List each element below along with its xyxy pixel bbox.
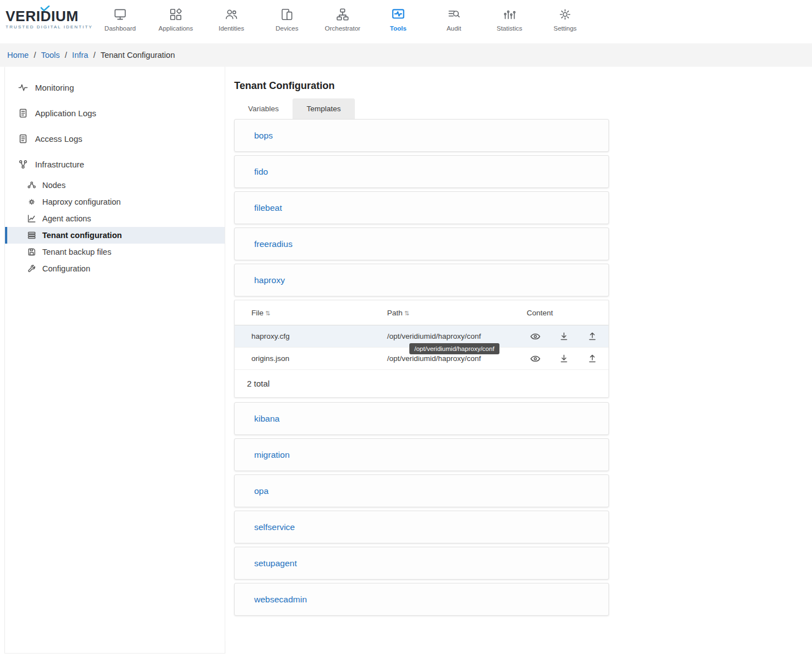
path-tooltip: /opt/veridiumid/haproxy/conf [409, 343, 499, 354]
template-label: kibana [254, 414, 280, 424]
sort-icon[interactable]: ⇅ [265, 310, 270, 316]
sidebar-item-agent-actions[interactable]: Agent actions [5, 210, 225, 227]
sidebar-item-label: Access Logs [35, 134, 82, 144]
nav-item-audit[interactable]: Audit [426, 0, 482, 32]
page-title: Tenant Configuration [234, 80, 812, 92]
column-header-content: Content [527, 309, 608, 317]
sidebar-item-tenant-configuration[interactable]: Tenant configuration [5, 227, 225, 244]
gear-braces-icon [27, 197, 36, 206]
nav-item-devices[interactable]: Devices [259, 0, 315, 32]
nav-label: Tools [390, 25, 407, 32]
nav-item-tools[interactable]: Tools [370, 0, 426, 32]
chart-line-icon [27, 214, 36, 223]
template-accordion-freeradius[interactable]: freeradius [234, 227, 609, 260]
breadcrumb-home[interactable]: Home [7, 51, 29, 60]
nav-label: Settings [553, 25, 577, 32]
identities-icon [224, 7, 239, 22]
tab-variables[interactable]: Variables [234, 98, 293, 119]
settings-gear-icon [558, 7, 572, 22]
template-accordion-websecadmin[interactable]: websecadmin [234, 583, 609, 616]
sidebar-item-tenant-backup-files[interactable]: Tenant backup files [5, 244, 225, 260]
dashboard-icon [113, 7, 127, 22]
tools-icon [391, 7, 405, 22]
column-label: File [251, 309, 264, 317]
template-label: haproxy [254, 275, 285, 285]
file-cell: origins.json [235, 354, 387, 363]
template-accordion-filebeat[interactable]: filebeat [234, 191, 609, 224]
template-label: bops [254, 131, 273, 141]
template-accordion-fido[interactable]: fido [234, 155, 609, 188]
template-label: fido [254, 167, 268, 177]
view-content-icon[interactable] [530, 332, 541, 341]
template-accordion-list: bops fido filebeat freeradius haproxy Fi… [234, 119, 812, 616]
sidebar-item-monitoring[interactable]: Monitoring [5, 75, 225, 100]
template-label: filebeat [254, 203, 282, 213]
nav-item-applications[interactable]: Applications [148, 0, 204, 32]
nav-item-dashboard[interactable]: Dashboard [92, 0, 148, 32]
devices-icon [280, 7, 294, 22]
tabs: Variables Templates [234, 98, 812, 119]
breadcrumb-separator: / [34, 51, 36, 60]
logo-tagline: TRUSTED DIGITAL IDENTITY [6, 24, 89, 29]
nav-label: Statistics [497, 25, 522, 32]
upload-icon[interactable] [587, 332, 597, 341]
nav-item-orchestrator[interactable]: Orchestrator [315, 0, 370, 32]
column-header-path: Path⇅ [387, 309, 527, 317]
nav-label: Orchestrator [325, 25, 360, 32]
sidebar-item-label: Monitoring [35, 83, 74, 92]
template-accordion-haproxy[interactable]: haproxy [234, 264, 609, 296]
download-icon[interactable] [559, 332, 569, 341]
breadcrumb-tools[interactable]: Tools [41, 51, 60, 60]
haproxy-files-table: File⇅ Path⇅ Content haproxy.cfg /opt/ver… [234, 300, 609, 398]
path-cell: /opt/veridiumid/haproxy/conf [387, 354, 527, 363]
template-label: opa [254, 486, 269, 496]
sidebar-item-application-logs[interactable]: Application Logs [5, 100, 225, 126]
path-cell: /opt/veridiumid/haproxy/conf [387, 332, 527, 340]
sidebar-item-nodes[interactable]: Nodes [5, 177, 225, 194]
orchestrator-icon [335, 7, 350, 22]
nav-item-statistics[interactable]: Statistics [482, 0, 537, 32]
template-accordion-bops[interactable]: bops [234, 119, 609, 152]
network-icon [18, 160, 28, 169]
sidebar-item-configuration[interactable]: Configuration [5, 260, 225, 277]
nav-item-identities[interactable]: Identities [204, 0, 259, 32]
sidebar-item-label: Infrastructure [35, 160, 84, 169]
sidebar-item-label: Agent actions [42, 214, 91, 223]
template-accordion-selfservice[interactable]: selfservice [234, 511, 609, 543]
sidebar-item-access-logs[interactable]: Access Logs [5, 126, 225, 151]
tab-templates[interactable]: Templates [293, 98, 355, 119]
sidebar-item-haproxy-configuration[interactable]: Haproxy configuration [5, 194, 225, 210]
template-label: freeradius [254, 239, 293, 249]
template-accordion-opa[interactable]: opa [234, 474, 609, 507]
main-nav: Dashboard Applications Identities Device… [92, 0, 593, 32]
template-accordion-kibana[interactable]: kibana [234, 402, 609, 435]
main-content: Tenant Configuration Variables Templates… [225, 67, 812, 641]
audit-icon [447, 7, 461, 22]
template-label: websecadmin [254, 595, 307, 605]
template-label: selfservice [254, 522, 295, 532]
breadcrumb-separator: / [93, 51, 96, 60]
template-accordion-migration[interactable]: migration [234, 438, 609, 471]
column-header-file: File⇅ [235, 309, 387, 317]
applications-icon [169, 7, 183, 22]
sidebar-item-label: Application Logs [35, 108, 96, 118]
save-floppy-icon [27, 248, 36, 256]
column-label: Content [527, 309, 553, 317]
view-content-icon[interactable] [530, 354, 541, 363]
download-icon[interactable] [559, 354, 569, 363]
veridium-logo[interactable]: VERIDIUM TRUSTED DIGITAL IDENTITY [6, 9, 89, 29]
server-stack-icon [27, 231, 36, 240]
sidebar-item-infrastructure[interactable]: Infrastructure [5, 151, 225, 177]
sidebar-item-label: Tenant configuration [42, 231, 122, 240]
breadcrumb-infra[interactable]: Infra [72, 51, 88, 60]
nav-label: Devices [276, 25, 299, 32]
upload-icon[interactable] [587, 354, 597, 363]
content-actions [527, 332, 608, 341]
template-accordion-setupagent[interactable]: setupagent [234, 547, 609, 580]
nodes-icon [27, 181, 36, 190]
sidebar-item-label: Nodes [42, 181, 66, 190]
nav-label: Audit [447, 25, 461, 32]
file-cell: haproxy.cfg [235, 332, 387, 340]
sort-icon[interactable]: ⇅ [404, 310, 409, 316]
nav-item-settings[interactable]: Settings [537, 0, 593, 32]
